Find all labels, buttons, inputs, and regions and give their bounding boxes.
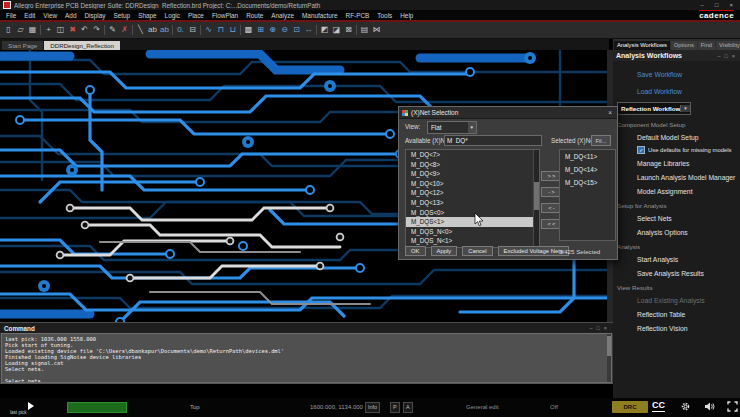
captions-toggle[interactable]: CC [652, 400, 665, 412]
select-nets-item[interactable]: ✓ Select Nets ▼ [613, 211, 740, 225]
label-tune-icon[interactable]: 0. [176, 22, 185, 38]
maximize-icon[interactable]: □ [711, 0, 723, 10]
filter-button[interactable]: Fil... [591, 135, 611, 146]
section-component-model-setup[interactable]: ✓ Component Model Setup ▼ [613, 117, 740, 130]
net-list-item[interactable]: M_DQS_N<1> [406, 236, 539, 246]
toolbar-icon[interactable] [132, 25, 133, 35]
panel-tab-find[interactable]: Find [698, 41, 715, 50]
grid-icon[interactable]: ▩ [244, 22, 253, 38]
save-analysis-results-item[interactable]: ✓ Save Analysis Results ▼ [613, 266, 740, 280]
edit-properties-icon[interactable]: ✎ [108, 22, 117, 38]
menu-item[interactable]: Setup [113, 12, 130, 19]
section-view-results[interactable]: ✓ View Results ▼ [613, 280, 740, 293]
start-analysis-item[interactable]: ✓ Start Analysis ▼ [613, 252, 740, 266]
command-scrollbar[interactable] [607, 334, 611, 382]
open-icon[interactable]: ▱ [16, 22, 25, 38]
ok-button[interactable]: OK [405, 246, 426, 256]
shadow-mode-icon[interactable]: ◩ [320, 22, 329, 38]
zoom-fit-icon[interactable]: ⊞ [256, 22, 265, 38]
dim-mode-icon[interactable]: ◪ [332, 22, 341, 38]
scrollbar-thumb[interactable] [607, 336, 611, 356]
fullscreen-icon[interactable] [727, 401, 738, 413]
menu-item[interactable]: Display [84, 12, 105, 19]
dialog-close-icon[interactable]: × [606, 109, 614, 116]
menu-item[interactable]: FlowPlan [212, 12, 238, 19]
menu-item[interactable]: File [6, 12, 16, 19]
pick-button[interactable]: P [390, 402, 400, 413]
info-button[interactable]: Info [365, 402, 380, 413]
settings-gear-icon[interactable] [680, 401, 691, 413]
menu-item[interactable]: Analyze [271, 12, 294, 19]
copy-icon[interactable]: ◫ [56, 22, 65, 38]
phase-tune-icon[interactable]: ⊔ [228, 22, 237, 38]
new-file-icon[interactable]: ▯ [4, 22, 13, 38]
close-icon[interactable]: × [725, 0, 737, 10]
zoom-in-icon[interactable]: ⊕ [268, 22, 277, 38]
save-workflow-link[interactable]: ✓ Save Workflow ▼ [613, 66, 740, 83]
zoom-out-icon[interactable]: ⊖ [280, 22, 289, 38]
shape-icon[interactable]: ⊟ [188, 22, 197, 38]
cancel-icon[interactable]: ✗ [120, 22, 129, 38]
report-icon[interactable]: ▤ [360, 22, 369, 38]
toolbar-icon[interactable] [40, 25, 41, 35]
view-select[interactable]: Flat ▼ [427, 121, 477, 134]
net-list-item[interactable]: M_DQ<10> [406, 179, 539, 189]
net-list-item[interactable]: M_DQ<13> [406, 198, 539, 208]
panel-minimize-icon[interactable]: – [715, 53, 722, 59]
apply-button[interactable]: Apply [431, 246, 458, 256]
list-scrollbar[interactable] [533, 150, 539, 247]
load-existing-analysis-item[interactable]: ✓ Load Existing Analysis ▼ [613, 293, 740, 307]
panel-tab-visibility[interactable]: Visibility [716, 41, 740, 50]
menu-item[interactable]: Route [246, 12, 263, 19]
toolbar-icon[interactable] [316, 25, 317, 35]
menu-item[interactable]: Add [65, 12, 76, 19]
toolbar-icon[interactable] [200, 25, 201, 35]
dialog-title-bar[interactable]: (X)Net Selection × [399, 107, 617, 119]
add-text-icon[interactable]: ab [148, 22, 157, 38]
net-list-item[interactable]: M_DQ<7> [406, 150, 539, 160]
menu-item[interactable]: Tools [377, 12, 392, 19]
use-defaults-checkbox[interactable]: ✓ Use defaults for missing models ▼ [613, 144, 740, 156]
command-title-bar[interactable]: Command – □ × [0, 323, 613, 333]
net-list-item[interactable]: M_DQ<14> [560, 163, 615, 176]
net-list-item[interactable]: M_DQ<12> [406, 188, 539, 198]
volume-icon[interactable] [704, 401, 716, 413]
menu-item[interactable]: Edit [24, 12, 35, 19]
section-setup-for-analysis[interactable]: ✓ Setup for Analysis ▼ [613, 198, 740, 211]
close-window-icon[interactable]: ⊠ [344, 22, 353, 38]
menu-item[interactable]: Manufacture [302, 12, 338, 19]
panel-tab-options[interactable]: Options [671, 41, 697, 50]
redo-icon[interactable]: ↷ [92, 22, 101, 38]
command-float-icon[interactable]: □ [594, 325, 601, 331]
analysis-options-item[interactable]: ✓ Analysis Options ▼ [613, 225, 740, 239]
scrollbar-thumb[interactable] [534, 182, 539, 210]
delay-tune-icon[interactable]: ⊓ [216, 22, 225, 38]
panel-close-icon[interactable]: × [730, 53, 737, 59]
checkbox-icon[interactable]: ✓ [637, 146, 645, 154]
toolbar-icon[interactable] [356, 25, 357, 35]
selected-nets-list[interactable]: M_DQ<11>M_DQ<14>M_DQ<15> [559, 149, 616, 241]
net-list-item[interactable]: M_DQS<1> [406, 217, 539, 227]
default-model-setup-item[interactable]: ✓ Default Model Setup ▼ [613, 130, 740, 144]
available-nets-list[interactable]: M_DQ<7>M_DQ<8>M_DQ<9>M_DQ<10>M_DQ<12>M_D… [405, 149, 540, 248]
net-list-item[interactable]: M_DQ<15> [560, 176, 615, 189]
route-icon[interactable]: ∿ [204, 22, 213, 38]
net-list-item[interactable]: M_DQS<0> [406, 208, 539, 218]
menu-item[interactable]: View [43, 12, 57, 19]
tab-start-page[interactable]: Start Page [2, 41, 43, 50]
toolbar-icon[interactable] [104, 25, 105, 35]
zoom-rect-icon[interactable]: ⊡ [292, 22, 301, 38]
panel-tab-analysis-workflows[interactable]: Analysis Workflows [614, 41, 670, 50]
delete-icon[interactable]: ✖ [68, 22, 77, 38]
net-list-item[interactable]: M_DQ<9> [406, 169, 539, 179]
model-assignment-item[interactable]: ✓ Model Assignment ▼ [613, 184, 740, 198]
menu-item[interactable]: Logic [165, 12, 180, 19]
undo-icon[interactable]: ↶ [80, 22, 89, 38]
cancel-button[interactable]: Cancel [462, 246, 492, 256]
zoom-extents-icon[interactable]: ↔ [304, 22, 313, 38]
command-minimize-icon[interactable]: – [587, 325, 594, 331]
net-list-item[interactable]: M_DQ<11> [560, 150, 615, 163]
flip-icon[interactable]: ⋈ [372, 22, 381, 38]
workflow-select[interactable]: ✓ Reflection Workflow ▼ [617, 102, 691, 115]
menu-item[interactable]: Help [400, 12, 413, 19]
